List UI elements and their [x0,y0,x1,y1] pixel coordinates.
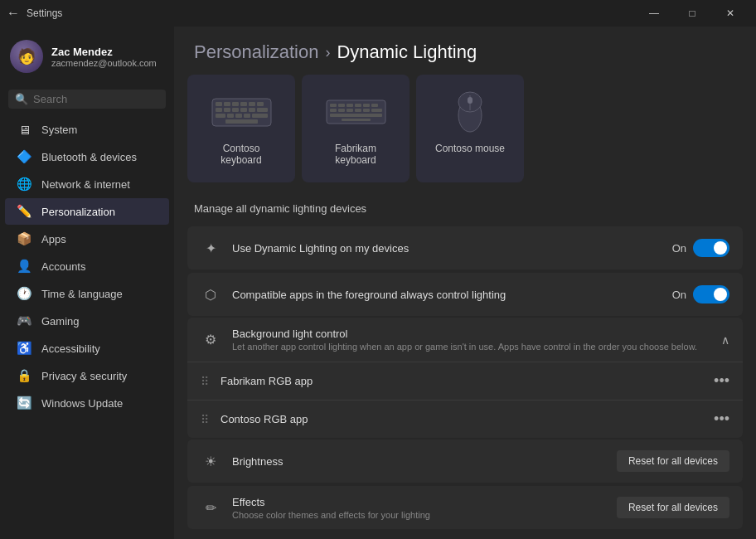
bluetooth-icon: 🔷 [17,149,32,164]
effects-reset-button[interactable]: Reset for all devices [617,497,729,518]
close-button[interactable]: ✕ [711,0,749,27]
breadcrumb-parent[interactable]: Personalization [194,41,318,63]
bg-light-section: ⚙ Background light control Let another a… [187,318,743,438]
setting-text-effects: Effects Choose color themes and effects … [232,496,605,520]
svg-rect-18 [225,119,258,124]
svg-rect-16 [244,114,250,118]
svg-rect-13 [216,114,225,118]
svg-rect-22 [346,104,353,107]
svg-rect-29 [355,109,361,112]
sidebar-item-time[interactable]: 🕐 Time & language [5,280,169,307]
svg-rect-37 [468,97,472,104]
setting-compatible-apps: ⬡ Compatible apps in the foreground alwa… [187,273,743,316]
manage-header: Manage all dynamic lighting devices [174,196,756,226]
title-bar-title: Settings [27,7,62,19]
sidebar-item-personalization[interactable]: ✏️ Personalization [5,198,169,225]
drag-icon-fabrikam[interactable]: ⠿ [201,375,209,388]
brightness-icon: ☀ [201,451,220,471]
setting-use-dynamic: ✦ Use Dynamic Lighting on my devices On [187,226,743,270]
sidebar-item-bluetooth[interactable]: 🔷 Bluetooth & devices [5,143,169,170]
svg-rect-10 [240,108,247,112]
windows-update-icon: 🔄 [17,396,32,410]
setting-effects: ✏ Effects Choose color themes and effect… [187,486,743,529]
bg-light-icon: ⚙ [201,330,220,350]
minimize-button[interactable]: — [635,0,673,27]
setting-label-dynamic: Use Dynamic Lighting on my devices [232,242,661,255]
title-bar-left: ← Settings [7,6,62,21]
maximize-button[interactable]: □ [673,0,711,27]
device-image-contoso-kb [208,91,274,133]
device-name-fabrikam-kb: Fabrikam keyboard [318,143,393,166]
setting-text-compatible: Compatible apps in the foreground always… [232,289,661,301]
sidebar-label-bluetooth: Bluetooth & devices [41,151,137,163]
setting-label-brightness: Brightness [232,455,605,468]
svg-rect-27 [338,109,345,112]
bg-light-text: Background light control Let another app… [232,328,710,352]
sidebar-label-accounts: Accounts [41,260,85,273]
search-box[interactable]: 🔍 [8,90,166,109]
sidebar-item-system[interactable]: 🖥 System [5,116,169,143]
sidebar-item-windows-update[interactable]: 🔄 Windows Update [5,390,169,416]
accounts-icon: 👤 [17,259,32,274]
sidebar-nav: 🖥 System 🔷 Bluetooth & devices 🌐 Network… [0,115,174,417]
bg-light-header[interactable]: ⚙ Background light control Let another a… [187,318,743,362]
device-image-contoso-mouse [437,91,503,133]
more-options-contoso[interactable]: ••• [714,410,729,428]
setting-control-compatible: On [672,285,729,303]
svg-rect-31 [371,109,382,112]
search-icon: 🔍 [15,93,28,105]
bg-light-subtitle: Let another app control lighting when an… [232,342,710,352]
svg-rect-9 [232,108,239,112]
user-info: Zac Mendez zacmendez@outlook.com [51,46,157,68]
svg-rect-8 [224,108,230,112]
network-icon: 🌐 [17,177,32,192]
svg-rect-20 [330,104,337,107]
setting-label-effects: Effects [232,496,605,508]
bg-item-fabrikam: ⠿ Fabrikam RGB app ••• [187,362,743,401]
toggle-label-dynamic: On [672,242,686,255]
accessibility-icon: ♿ [17,341,32,356]
compatible-apps-icon: ⬡ [201,284,220,304]
toggle-dynamic[interactable] [693,239,729,257]
sidebar-item-privacy[interactable]: 🔒 Privacy & security [5,362,169,389]
user-name: Zac Mendez [51,46,157,58]
sidebar-label-time: Time & language [41,288,123,300]
fabrikam-keyboard-svg [325,94,387,131]
sidebar-item-apps[interactable]: 📦 Apps [5,226,169,252]
search-input[interactable] [33,93,172,105]
device-card-contoso-kb[interactable]: Contoso keyboard [187,75,295,182]
privacy-icon: 🔒 [17,368,32,383]
device-name-contoso-mouse: Contoso mouse [435,143,505,154]
sidebar-label-gaming: Gaming [41,315,80,328]
user-email: zacmendez@outlook.com [51,58,157,68]
sidebar-item-gaming[interactable]: 🎮 Gaming [5,308,169,334]
sidebar-user: 🧑 Zac Mendez zacmendez@outlook.com [0,27,174,86]
more-about-link[interactable]: More about Dynamic Lighting [174,529,756,539]
sidebar: 🧑 Zac Mendez zacmendez@outlook.com 🔍 🖥 S… [0,27,174,539]
device-image-fabrikam-kb [322,91,389,133]
content-area: Personalization › Dynamic Lighting [174,27,756,539]
sidebar-label-windows-update: Windows Update [41,397,123,410]
brightness-reset-button[interactable]: Reset for all devices [617,450,729,472]
sidebar-label-apps: Apps [41,233,66,245]
sidebar-item-accounts[interactable]: 👤 Accounts [5,253,169,279]
toggle-label-compatible: On [672,289,686,301]
sidebar-item-network[interactable]: 🌐 Network & internet [5,171,169,197]
bg-light-title: Background light control [232,328,710,340]
sidebar-item-accessibility[interactable]: ♿ Accessibility [5,335,169,362]
svg-rect-11 [249,108,255,112]
back-icon[interactable]: ← [7,6,20,21]
device-card-fabrikam-kb[interactable]: Fabrikam keyboard [302,75,410,182]
svg-rect-3 [232,102,239,106]
more-options-fabrikam[interactable]: ••• [714,372,729,390]
svg-rect-15 [235,114,242,118]
avatar: 🧑 [10,40,43,73]
dynamic-lighting-icon: ✦ [201,238,220,258]
device-card-contoso-mouse[interactable]: Contoso mouse [416,75,524,182]
svg-rect-6 [257,102,264,106]
toggle-compatible[interactable] [693,285,729,303]
sidebar-label-privacy: Privacy & security [41,370,127,382]
setting-control-dynamic: On [672,239,729,257]
drag-icon-contoso[interactable]: ⠿ [201,413,209,426]
sidebar-label-system: System [41,124,77,136]
